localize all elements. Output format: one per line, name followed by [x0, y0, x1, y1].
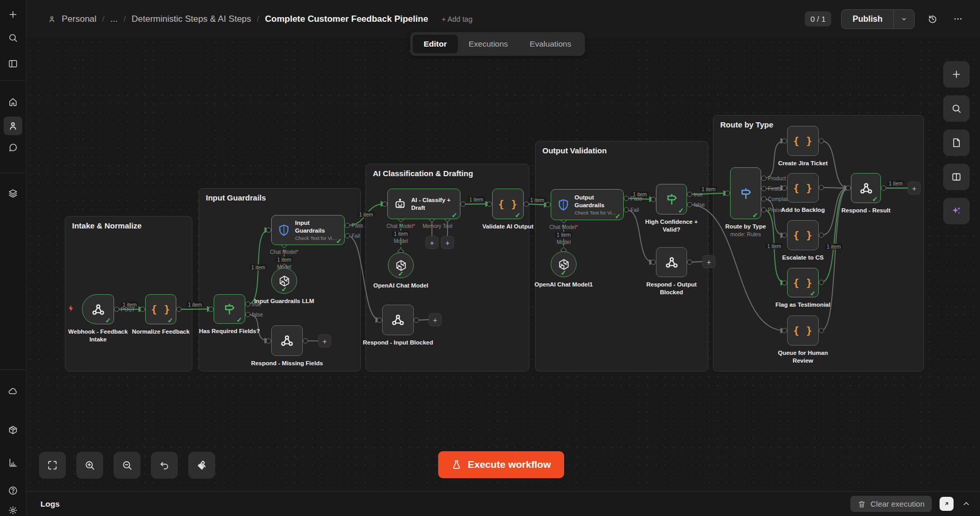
node-flag_testimonial[interactable]: { }✓: [787, 268, 819, 297]
node-input_llm[interactable]: ✓: [271, 268, 297, 294]
canvas-plus-icon[interactable]: [943, 61, 970, 88]
node-respond_missing[interactable]: [271, 325, 303, 356]
node-respond_result[interactable]: ✓: [851, 173, 881, 203]
output-port[interactable]: [819, 280, 824, 285]
output-port[interactable]: [345, 223, 350, 228]
output-port[interactable]: [414, 318, 419, 323]
node-output_guardrails[interactable]: Output Guardrails Check Text for Viol...…: [551, 189, 624, 220]
node-escalate_cs[interactable]: { }: [787, 220, 819, 250]
sidebar-item-home-icon[interactable]: [4, 93, 22, 111]
output-port[interactable]: [819, 233, 824, 238]
node-respond_input_blocked[interactable]: [382, 305, 414, 335]
logs-title[interactable]: Logs: [40, 499, 60, 509]
input-port[interactable]: [382, 202, 387, 207]
canvas-sparkle-icon[interactable]: [943, 198, 970, 224]
output-port[interactable]: [245, 312, 250, 317]
node-ai_classify[interactable]: AI - Classify + Draft ✓: [387, 189, 460, 219]
output-port[interactable]: [761, 196, 766, 202]
publish-dropdown-button[interactable]: [893, 10, 914, 28]
output-port[interactable]: [624, 196, 629, 201]
input-port[interactable]: [725, 191, 730, 196]
input-port[interactable]: [377, 318, 382, 323]
node-queue_human[interactable]: { }: [787, 316, 819, 346]
add-sub-node-button[interactable]: +: [441, 236, 454, 249]
open-logs-panel-icon[interactable]: [940, 497, 954, 511]
input-port[interactable]: [266, 227, 271, 233]
sidebar-item-gear-icon[interactable]: [4, 501, 22, 516]
output-port[interactable]: [114, 307, 119, 312]
node-route_by_type[interactable]: ✓: [730, 167, 761, 219]
add-node-button[interactable]: +: [318, 335, 331, 348]
canvas-file-icon[interactable]: [943, 130, 970, 156]
breadcrumb-ellipsis[interactable]: ...: [110, 14, 118, 24]
sidebar-item-panel-icon[interactable]: [4, 54, 22, 73]
tab-evaluations[interactable]: Evaluations: [519, 35, 582, 53]
publish-button[interactable]: Publish: [842, 10, 893, 28]
execute-workflow-button[interactable]: Execute workflow: [438, 451, 564, 478]
canvas-control-zoom-out-icon[interactable]: [114, 452, 141, 479]
output-port[interactable]: [524, 202, 529, 207]
output-port[interactable]: [460, 202, 466, 207]
add-sub-node-button[interactable]: +: [426, 236, 439, 249]
node-has_required[interactable]: ✓: [214, 294, 245, 324]
add-node-button[interactable]: +: [908, 182, 921, 195]
node-openai_chat1[interactable]: ✓: [551, 251, 577, 277]
output-port[interactable]: [761, 207, 766, 212]
add-node-button[interactable]: +: [429, 313, 442, 326]
input-port[interactable]: [545, 202, 551, 207]
publish-split-button[interactable]: Publish: [841, 9, 915, 29]
sidebar-item-help-icon[interactable]: [4, 481, 22, 500]
sidebar-item-search-icon[interactable]: [4, 28, 22, 47]
input-port[interactable]: [782, 233, 787, 238]
sidebar-item-cloud-icon[interactable]: [4, 382, 22, 400]
input-port[interactable]: [140, 307, 145, 312]
input-port[interactable]: [846, 185, 851, 191]
input-port[interactable]: [266, 338, 271, 343]
input-port[interactable]: [782, 138, 787, 144]
sidebar-item-box-icon[interactable]: [4, 421, 22, 439]
input-port[interactable]: [782, 185, 787, 191]
collapse-logs-icon[interactable]: [962, 499, 971, 508]
node-webhook_intake[interactable]: ✓: [82, 294, 114, 324]
canvas-split-icon[interactable]: [943, 164, 970, 190]
output-port[interactable]: [761, 176, 766, 181]
canvas-search-icon[interactable]: [943, 95, 970, 122]
tab-executions[interactable]: Executions: [458, 35, 519, 53]
input-port[interactable]: [782, 280, 787, 285]
output-port[interactable]: [819, 185, 824, 190]
node-openai_chat[interactable]: ✓: [388, 252, 414, 278]
node-create_jira[interactable]: { }: [787, 126, 819, 156]
breadcrumb-folder[interactable]: Deterministic Steps & AI Steps: [132, 14, 251, 24]
canvas-control-fit-icon[interactable]: [39, 452, 66, 479]
sidebar-item-chart-icon[interactable]: [4, 453, 22, 472]
canvas-control-undo-icon[interactable]: [151, 452, 178, 479]
evaluation-counter-badge[interactable]: 0 / 1: [805, 11, 831, 26]
output-port[interactable]: [687, 260, 692, 265]
more-options-icon[interactable]: [950, 11, 965, 27]
node-add_backlog[interactable]: { }: [787, 173, 819, 203]
sidebar-item-user-icon[interactable]: [4, 117, 22, 135]
output-port[interactable]: [881, 185, 886, 191]
tab-editor[interactable]: Editor: [413, 35, 458, 53]
input-port[interactable]: [208, 307, 214, 312]
clear-execution-button[interactable]: Clear execution: [850, 496, 932, 512]
output-port[interactable]: [176, 307, 181, 312]
node-input_guardrails[interactable]: Input Guardrails Check Text for Viol...✓: [271, 215, 345, 245]
node-validate_ai[interactable]: { }✓: [492, 189, 524, 219]
sidebar-item-chat-icon[interactable]: [4, 138, 22, 157]
output-port[interactable]: [345, 233, 350, 238]
add-tag-button[interactable]: + Add tag: [442, 15, 473, 23]
input-port[interactable]: [782, 328, 787, 333]
node-high_conf[interactable]: ✓: [656, 184, 687, 214]
node-respond_output_blocked[interactable]: [656, 247, 687, 277]
canvas-control-zoom-in-icon[interactable]: [76, 452, 103, 479]
breadcrumb-account[interactable]: Personal: [62, 14, 96, 24]
output-port[interactable]: [687, 202, 692, 207]
node-normalize[interactable]: { }✓: [145, 294, 176, 324]
canvas-control-broom-icon[interactable]: [188, 452, 215, 479]
history-icon[interactable]: [925, 11, 940, 27]
output-port[interactable]: [303, 338, 308, 343]
group-intake-normalize[interactable]: Intake & Normalize: [65, 216, 192, 371]
output-port[interactable]: [819, 138, 824, 144]
output-port[interactable]: [819, 328, 824, 333]
